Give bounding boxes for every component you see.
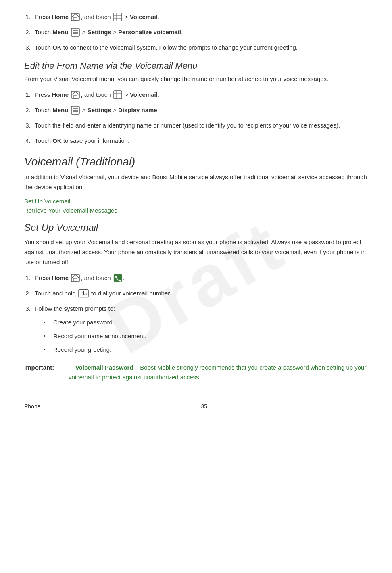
svg-rect-2	[114, 13, 122, 21]
svg-rect-13	[114, 91, 122, 99]
one-key-icon: 1 ✉	[78, 289, 89, 298]
suv-bullets: Create your password. Record your name a…	[51, 318, 368, 355]
suv-step1-home-label: Home	[52, 274, 69, 281]
efn-menu-icon	[71, 106, 80, 115]
suv-step-2: Touch and hold 1 ✉ to dial your voicemai…	[32, 289, 368, 298]
important-label: Important:	[24, 363, 69, 383]
page-content: Press Home , and touch > Voicemail. Touc…	[24, 12, 368, 410]
efn-step-2: Touch Menu > Settings > Display name.	[32, 105, 368, 115]
efn-step2-displayname-label: Display name	[118, 107, 157, 113]
menu-icon	[71, 28, 80, 37]
initial-steps-list: Press Home , and touch > Voicemail. Touc…	[32, 12, 368, 52]
efn-step4-ok-label: OK	[52, 137, 62, 144]
step2-personalize-label: Personalize voicemail	[118, 29, 181, 36]
step1-voicemail-label: Voicemail	[130, 13, 158, 20]
efn-step2-menu-label: Menu	[52, 107, 68, 113]
efn-home-icon	[71, 91, 80, 99]
efn-grid-icon	[113, 90, 122, 99]
important-bold-text: Voicemail Password	[75, 364, 133, 371]
edit-from-name-intro: From your Visual Voicemail menu, you can…	[24, 74, 368, 84]
page-footer: Phone 35	[24, 399, 368, 410]
svg-rect-22	[71, 274, 79, 282]
home-icon	[71, 13, 80, 21]
step-3: Touch OK to connect to the voicemail sys…	[32, 43, 368, 52]
grid-icon	[113, 13, 122, 21]
bullet-greeting: Record your greeting.	[51, 345, 368, 355]
step1-and-touch: and touch	[84, 13, 111, 20]
set-up-voicemail-steps: Press Home , and touch . Touch and hold …	[32, 273, 368, 355]
svg-text:✉: ✉	[85, 293, 87, 295]
bullet-password: Create your password.	[51, 318, 368, 327]
important-text: Voicemail Password – Boost Mobile strong…	[69, 363, 368, 383]
suv-step-3: Follow the system prompts to: Create you…	[32, 304, 368, 355]
voicemail-traditional-heading: Voicemail (Traditional)	[24, 155, 368, 168]
step-1: Press Home , and touch > Voicemail.	[32, 12, 368, 22]
efn-step-3: Touch the field and enter a identifying …	[32, 121, 368, 130]
efn-step1-home-label: Home	[52, 91, 69, 98]
edit-from-name-heading: Edit the From Name via the Voicemail Men…	[24, 61, 368, 71]
bullet-name: Record your name announcement.	[51, 331, 368, 341]
retrieve-voicemail-link[interactable]: Retrieve Your Voicemail Messages	[24, 207, 117, 214]
suv-step-1: Press Home , and touch .	[32, 273, 368, 283]
svg-rect-12	[74, 95, 77, 98]
svg-rect-11	[71, 91, 79, 98]
step2-settings-label: Settings	[88, 29, 111, 36]
set-up-voicemail-link[interactable]: Set Up Voicemail	[24, 198, 70, 205]
svg-rect-23	[74, 278, 77, 282]
important-block: Important: Voicemail Password – Boost Mo…	[24, 363, 368, 383]
step3-ok-label: OK	[52, 44, 62, 51]
edit-from-name-section: Edit the From Name via the Voicemail Men…	[24, 61, 368, 146]
footer-page-number: 35	[201, 403, 207, 410]
suv-home-icon	[71, 274, 80, 282]
set-up-voicemail-intro: You should set up your Voicemail and per…	[24, 237, 368, 267]
svg-rect-0	[71, 13, 79, 21]
set-up-voicemail-heading: Set Up Voicemail	[24, 222, 368, 233]
efn-step-1: Press Home , and touch > Voicemail.	[32, 90, 368, 100]
step-2: Touch Menu > Settings > Personalize voic…	[32, 27, 368, 37]
step1-home-label: Home	[52, 13, 69, 20]
efn-step-4: Touch OK to save your information.	[32, 136, 368, 146]
efn-step2-settings-label: Settings	[88, 107, 111, 113]
step2-menu-label: Menu	[52, 29, 68, 36]
voicemail-traditional-section: Voicemail (Traditional) In addition to V…	[24, 155, 368, 214]
svg-rect-1	[74, 17, 77, 21]
edit-from-name-steps: Press Home , and touch > Voicemail. To	[32, 90, 368, 146]
voicemail-traditional-intro: In addition to Visual Voicemail, your de…	[24, 172, 368, 192]
efn-step1-voicemail-label: Voicemail	[130, 91, 158, 98]
phone-icon	[113, 274, 122, 282]
footer-left: Phone	[24, 403, 40, 410]
set-up-voicemail-section: Set Up Voicemail You should set up your …	[24, 222, 368, 383]
